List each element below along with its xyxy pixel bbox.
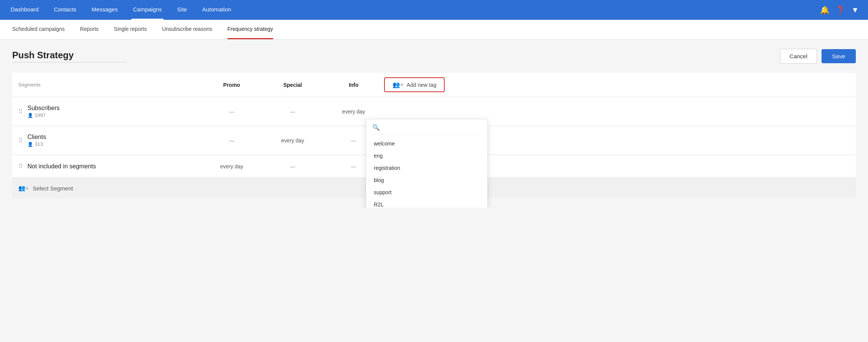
table-header: Segments Promo Special Info 👥+ Add new t…: [12, 73, 856, 97]
drag-handle-icon[interactable]: ⠿: [18, 163, 23, 170]
dropdown-item-blog[interactable]: blog: [372, 174, 481, 186]
top-nav-icons: 🔔 ❓ ▼: [820, 5, 859, 14]
add-tag-label: Add new tag: [407, 82, 436, 88]
add-tag-column: 👥+ Add new tag: [384, 77, 850, 92]
page-title: Push Strategy: [12, 50, 127, 62]
subscribers-promo[interactable]: —: [201, 109, 262, 115]
segment-name-not-included: Not included in segments: [27, 163, 96, 170]
save-button[interactable]: Save: [822, 49, 856, 63]
not-included-special[interactable]: —: [262, 163, 323, 169]
cancel-button[interactable]: Cancel: [780, 49, 817, 64]
special-header: Special: [262, 82, 323, 88]
segment-name-subscribers: Subscribers: [27, 105, 59, 112]
sub-nav-frequency[interactable]: Frequency strategy: [227, 20, 273, 39]
segment-text-not-included: Not included in segments: [27, 163, 96, 170]
segment-name-clients: Clients: [27, 134, 46, 141]
segment-count-subscribers: 👤 1997: [27, 112, 59, 118]
page-content: Push Strategy Cancel Save Segments Promo…: [0, 40, 868, 208]
nav-item-site[interactable]: Site: [176, 0, 189, 20]
segment-info-clients: ⠿ Clients 👤 313: [18, 134, 201, 147]
person-icon: 👤: [27, 142, 33, 147]
clients-promo[interactable]: —: [201, 137, 262, 144]
nav-item-automation[interactable]: Automation: [201, 0, 233, 20]
segments-header: Segments: [18, 82, 201, 88]
add-new-tag-button[interactable]: 👥+ Add new tag: [384, 77, 445, 92]
dropdown-item-welcome[interactable]: welcome: [372, 137, 481, 150]
dropdown-item-support[interactable]: support: [372, 186, 481, 198]
add-tag-icon: 👥+: [392, 81, 404, 88]
drag-handle-icon[interactable]: ⠿: [18, 137, 23, 144]
clients-special[interactable]: every day: [262, 137, 323, 144]
dropdown-item-r2l[interactable]: R2L: [372, 198, 481, 208]
bell-icon[interactable]: 🔔: [820, 5, 830, 14]
sub-nav-scheduled[interactable]: Scheduled campaigns: [12, 20, 65, 39]
user-dropdown-icon[interactable]: ▼: [851, 6, 859, 14]
segment-count-clients: 👤 313: [27, 141, 46, 147]
segment-text-clients: Clients 👤 313: [27, 134, 46, 147]
person-icon: 👤: [27, 113, 33, 118]
select-segment-icon: 👥+: [18, 185, 29, 192]
nav-item-campaigns[interactable]: Campaigns: [131, 0, 163, 20]
page-header: Push Strategy Cancel Save: [12, 49, 856, 64]
subscribers-info[interactable]: every day: [323, 109, 384, 115]
dropdown-item-eng[interactable]: eng: [372, 150, 481, 162]
segment-info-subscribers: ⠿ Subscribers 👤 1997: [18, 105, 201, 118]
nav-item-messages[interactable]: Messages: [90, 0, 119, 20]
drag-handle-icon[interactable]: ⠿: [18, 108, 23, 115]
nav-item-contacts[interactable]: Contacts: [52, 0, 78, 20]
select-segment-label: Select Segment: [33, 185, 73, 192]
not-included-promo[interactable]: every day: [201, 163, 262, 169]
segment-info-not-included: ⠿ Not included in segments: [18, 163, 201, 170]
dropdown-item-registration[interactable]: registration: [372, 162, 481, 174]
subscribers-count: 1997: [35, 112, 46, 118]
search-icon: 🔍: [372, 124, 380, 131]
subscribers-special[interactable]: —: [262, 109, 323, 115]
info-header: Info: [323, 82, 384, 88]
nav-item-dashboard[interactable]: Dashboard: [9, 0, 40, 20]
help-icon[interactable]: ❓: [836, 5, 845, 14]
tag-dropdown-panel: 🔍 welcome eng registration blog support …: [366, 119, 488, 208]
sub-navigation: Scheduled campaigns Reports Single repor…: [0, 20, 868, 40]
segment-text-subscribers: Subscribers 👤 1997: [27, 105, 59, 118]
promo-header: Promo: [201, 82, 262, 88]
clients-count: 313: [35, 141, 43, 147]
dropdown-search: 🔍: [372, 124, 481, 134]
search-input[interactable]: [383, 125, 481, 131]
top-nav-items: Dashboard Contacts Messages Campaigns Si…: [9, 0, 820, 20]
sub-nav-unsubscribe[interactable]: Unsubscribe reasons: [162, 20, 212, 39]
sub-nav-reports[interactable]: Reports: [80, 20, 99, 39]
header-actions: Cancel Save: [780, 49, 856, 64]
top-navigation: Dashboard Contacts Messages Campaigns Si…: [0, 0, 868, 20]
sub-nav-single-reports[interactable]: Single reports: [114, 20, 147, 39]
